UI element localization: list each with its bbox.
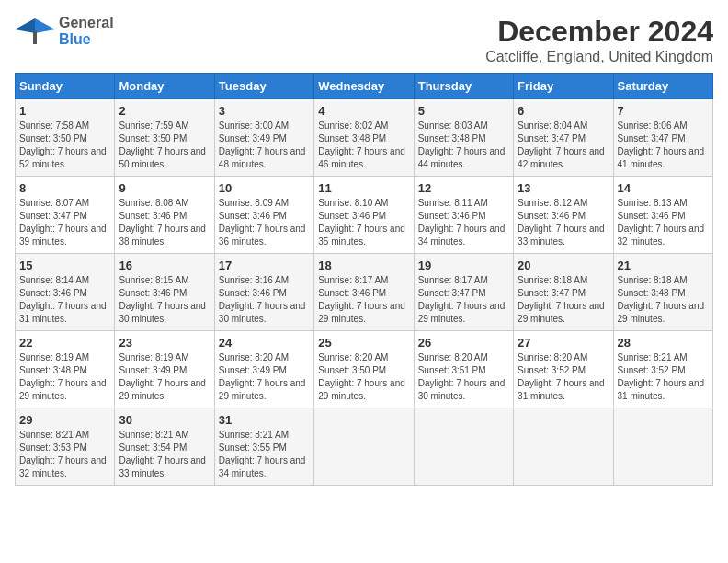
calendar-cell: 23Sunrise: 8:19 AMSunset: 3:49 PMDayligh… xyxy=(115,331,214,408)
calendar-week-1: 1Sunrise: 7:58 AMSunset: 3:50 PMDaylight… xyxy=(16,99,713,177)
day-number: 1 xyxy=(19,104,110,118)
calendar-cell: 12Sunrise: 8:11 AMSunset: 3:46 PMDayligh… xyxy=(414,177,513,254)
calendar-cell xyxy=(314,408,414,486)
day-number: 30 xyxy=(119,413,210,427)
day-info: Sunrise: 8:16 AMSunset: 3:46 PMDaylight:… xyxy=(219,274,310,326)
calendar-cell: 29Sunrise: 8:21 AMSunset: 3:53 PMDayligh… xyxy=(16,408,115,486)
day-info: Sunrise: 7:59 AMSunset: 3:50 PMDaylight:… xyxy=(119,120,210,171)
calendar-cell: 8Sunrise: 8:07 AMSunset: 3:47 PMDaylight… xyxy=(16,177,115,254)
header-monday: Monday xyxy=(115,74,214,99)
calendar-cell: 31Sunrise: 8:21 AMSunset: 3:55 PMDayligh… xyxy=(214,408,313,486)
logo-general: General xyxy=(59,15,114,31)
day-info: Sunrise: 8:04 AMSunset: 3:47 PMDaylight:… xyxy=(518,120,609,171)
calendar-cell: 20Sunrise: 8:18 AMSunset: 3:47 PMDayligh… xyxy=(514,254,613,331)
day-info: Sunrise: 8:19 AMSunset: 3:48 PMDaylight:… xyxy=(19,351,110,403)
calendar-week-5: 29Sunrise: 8:21 AMSunset: 3:53 PMDayligh… xyxy=(16,408,713,486)
day-info: Sunrise: 8:06 AMSunset: 3:47 PMDaylight:… xyxy=(618,120,709,171)
day-info: Sunrise: 8:21 AMSunset: 3:54 PMDaylight:… xyxy=(119,429,210,480)
calendar-cell: 10Sunrise: 8:09 AMSunset: 3:46 PMDayligh… xyxy=(214,177,313,254)
day-info: Sunrise: 8:18 AMSunset: 3:48 PMDaylight:… xyxy=(618,274,709,326)
day-info: Sunrise: 8:15 AMSunset: 3:46 PMDaylight:… xyxy=(119,274,210,326)
day-info: Sunrise: 8:00 AMSunset: 3:49 PMDaylight:… xyxy=(219,120,310,171)
calendar-cell: 22Sunrise: 8:19 AMSunset: 3:48 PMDayligh… xyxy=(16,331,115,408)
day-number: 24 xyxy=(219,336,310,350)
calendar-cell: 13Sunrise: 8:12 AMSunset: 3:46 PMDayligh… xyxy=(514,177,613,254)
svg-marker-0 xyxy=(35,18,55,33)
day-info: Sunrise: 8:08 AMSunset: 3:46 PMDaylight:… xyxy=(119,197,210,248)
header-tuesday: Tuesday xyxy=(214,74,313,99)
day-info: Sunrise: 8:19 AMSunset: 3:49 PMDaylight:… xyxy=(119,351,210,403)
calendar-cell xyxy=(613,408,712,486)
calendar-cell: 27Sunrise: 8:20 AMSunset: 3:52 PMDayligh… xyxy=(514,331,613,408)
calendar-cell: 14Sunrise: 8:13 AMSunset: 3:46 PMDayligh… xyxy=(613,177,712,254)
day-info: Sunrise: 8:11 AMSunset: 3:46 PMDaylight:… xyxy=(418,197,509,248)
day-info: Sunrise: 8:14 AMSunset: 3:46 PMDaylight:… xyxy=(19,274,110,326)
day-number: 23 xyxy=(119,336,210,350)
title-block: December 2024 Catcliffe, England, United… xyxy=(485,15,713,65)
calendar-cell: 4Sunrise: 8:02 AMSunset: 3:48 PMDaylight… xyxy=(314,99,414,177)
day-number: 7 xyxy=(618,104,709,118)
calendar-week-3: 15Sunrise: 8:14 AMSunset: 3:46 PMDayligh… xyxy=(16,254,713,331)
day-number: 16 xyxy=(119,259,210,272)
day-info: Sunrise: 8:17 AMSunset: 3:47 PMDaylight:… xyxy=(418,274,509,326)
calendar-cell: 11Sunrise: 8:10 AMSunset: 3:46 PMDayligh… xyxy=(314,177,414,254)
day-number: 29 xyxy=(19,413,110,427)
calendar-cell: 30Sunrise: 8:21 AMSunset: 3:54 PMDayligh… xyxy=(115,408,214,486)
calendar-table: SundayMondayTuesdayWednesdayThursdayFrid… xyxy=(15,73,713,486)
day-info: Sunrise: 8:20 AMSunset: 3:52 PMDaylight:… xyxy=(518,351,609,403)
calendar-cell: 18Sunrise: 8:17 AMSunset: 3:46 PMDayligh… xyxy=(314,254,414,331)
calendar-cell xyxy=(414,408,513,486)
day-number: 11 xyxy=(318,181,409,195)
calendar-cell: 28Sunrise: 8:21 AMSunset: 3:52 PMDayligh… xyxy=(613,331,712,408)
calendar-cell: 5Sunrise: 8:03 AMSunset: 3:48 PMDaylight… xyxy=(414,99,513,177)
day-number: 3 xyxy=(219,104,310,118)
day-info: Sunrise: 8:07 AMSunset: 3:47 PMDaylight:… xyxy=(19,197,110,248)
day-number: 15 xyxy=(19,259,110,272)
calendar-cell: 16Sunrise: 8:15 AMSunset: 3:46 PMDayligh… xyxy=(115,254,214,331)
svg-rect-2 xyxy=(33,31,37,44)
calendar-cell: 3Sunrise: 8:00 AMSunset: 3:49 PMDaylight… xyxy=(214,99,313,177)
logo: General Blue xyxy=(15,15,114,48)
day-info: Sunrise: 8:10 AMSunset: 3:46 PMDaylight:… xyxy=(318,197,409,248)
calendar-cell: 26Sunrise: 8:20 AMSunset: 3:51 PMDayligh… xyxy=(414,331,513,408)
day-number: 14 xyxy=(618,181,709,195)
calendar-week-2: 8Sunrise: 8:07 AMSunset: 3:47 PMDaylight… xyxy=(16,177,713,254)
day-info: Sunrise: 8:02 AMSunset: 3:48 PMDaylight:… xyxy=(318,120,409,171)
day-number: 31 xyxy=(219,413,310,427)
calendar-cell: 21Sunrise: 8:18 AMSunset: 3:48 PMDayligh… xyxy=(613,254,712,331)
calendar-cell: 2Sunrise: 7:59 AMSunset: 3:50 PMDaylight… xyxy=(115,99,214,177)
calendar-week-4: 22Sunrise: 8:19 AMSunset: 3:48 PMDayligh… xyxy=(16,331,713,408)
day-number: 2 xyxy=(119,104,210,118)
calendar-cell: 7Sunrise: 8:06 AMSunset: 3:47 PMDaylight… xyxy=(613,99,712,177)
month-year-title: December 2024 xyxy=(485,15,713,49)
day-number: 8 xyxy=(19,181,110,195)
page-header: General Blue December 2024 Catcliffe, En… xyxy=(15,15,713,65)
calendar-cell: 19Sunrise: 8:17 AMSunset: 3:47 PMDayligh… xyxy=(414,254,513,331)
day-info: Sunrise: 8:20 AMSunset: 3:51 PMDaylight:… xyxy=(418,351,509,403)
header-sunday: Sunday xyxy=(16,74,115,99)
day-info: Sunrise: 8:17 AMSunset: 3:46 PMDaylight:… xyxy=(318,274,409,326)
calendar-cell: 15Sunrise: 8:14 AMSunset: 3:46 PMDayligh… xyxy=(16,254,115,331)
day-info: Sunrise: 8:12 AMSunset: 3:46 PMDaylight:… xyxy=(518,197,609,248)
day-info: Sunrise: 8:03 AMSunset: 3:48 PMDaylight:… xyxy=(418,120,509,171)
day-info: Sunrise: 8:20 AMSunset: 3:50 PMDaylight:… xyxy=(318,351,409,403)
calendar-cell: 24Sunrise: 8:20 AMSunset: 3:49 PMDayligh… xyxy=(214,331,313,408)
calendar-cell: 6Sunrise: 8:04 AMSunset: 3:47 PMDaylight… xyxy=(514,99,613,177)
day-number: 21 xyxy=(618,259,709,272)
header-thursday: Thursday xyxy=(414,74,513,99)
header-saturday: Saturday xyxy=(613,74,712,99)
day-info: Sunrise: 7:58 AMSunset: 3:50 PMDaylight:… xyxy=(19,120,110,171)
day-info: Sunrise: 8:18 AMSunset: 3:47 PMDaylight:… xyxy=(518,274,609,326)
day-number: 12 xyxy=(418,181,509,195)
day-number: 4 xyxy=(318,104,409,118)
svg-marker-1 xyxy=(15,18,35,33)
calendar-header-row: SundayMondayTuesdayWednesdayThursdayFrid… xyxy=(16,74,713,99)
day-info: Sunrise: 8:21 AMSunset: 3:53 PMDaylight:… xyxy=(19,429,110,480)
calendar-cell: 9Sunrise: 8:08 AMSunset: 3:46 PMDaylight… xyxy=(115,177,214,254)
day-info: Sunrise: 8:20 AMSunset: 3:49 PMDaylight:… xyxy=(219,351,310,403)
day-number: 26 xyxy=(418,336,509,350)
day-number: 13 xyxy=(518,181,609,195)
day-number: 6 xyxy=(518,104,609,118)
calendar-cell: 1Sunrise: 7:58 AMSunset: 3:50 PMDaylight… xyxy=(16,99,115,177)
day-number: 28 xyxy=(618,336,709,350)
